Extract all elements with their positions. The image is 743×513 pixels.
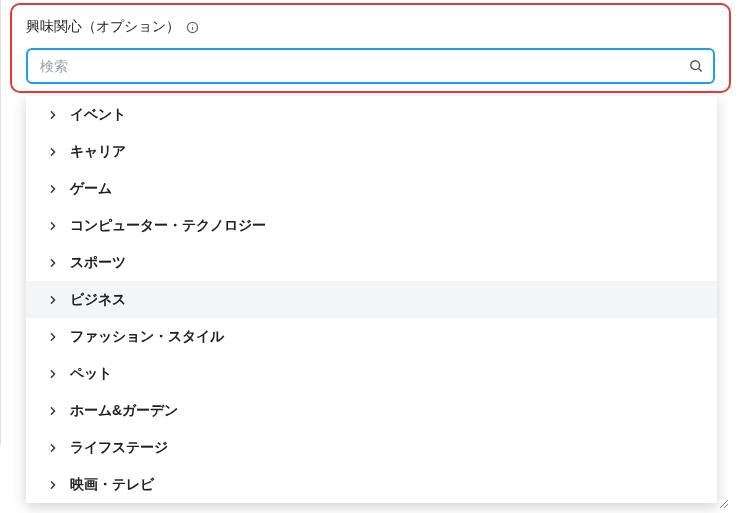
list-item-label: ファッション・スタイル <box>70 328 224 346</box>
svg-line-5 <box>720 500 728 508</box>
interests-section-highlight: 興味関心（オプション） <box>10 3 731 93</box>
chevron-right-icon <box>48 147 58 157</box>
list-item-label: ゲーム <box>70 180 112 198</box>
list-item[interactable]: キャリア <box>26 133 717 170</box>
list-item[interactable]: ペット <box>26 355 717 392</box>
list-item[interactable]: ホーム&ガーデン <box>26 392 717 429</box>
search-field-wrap <box>26 48 715 84</box>
svg-line-6 <box>724 504 728 508</box>
list-item-label: ペット <box>70 365 112 383</box>
chevron-right-icon <box>48 221 58 231</box>
interests-dropdown: イベントキャリアゲームコンピューター・テクノロジースポーツビジネスファッション・… <box>26 96 717 503</box>
list-item[interactable]: ライフステージ <box>26 429 717 466</box>
chevron-right-icon <box>48 295 58 305</box>
chevron-right-icon <box>48 443 58 453</box>
chevron-right-icon <box>48 406 58 416</box>
list-item[interactable]: ゲーム <box>26 170 717 207</box>
svg-point-2 <box>192 24 193 25</box>
list-item-label: キャリア <box>70 143 126 161</box>
list-item-label: ホーム&ガーデン <box>70 402 178 420</box>
interests-list[interactable]: イベントキャリアゲームコンピューター・テクノロジースポーツビジネスファッション・… <box>26 96 717 503</box>
section-title: 興味関心（オプション） <box>26 18 180 36</box>
list-item-label: スポーツ <box>70 254 126 272</box>
list-item[interactable]: ファッション・スタイル <box>26 318 717 355</box>
list-item[interactable]: 映画・テレビ <box>26 466 717 503</box>
list-item[interactable]: イベント <box>26 96 717 133</box>
chevron-right-icon <box>48 258 58 268</box>
chevron-right-icon <box>48 184 58 194</box>
list-item-label: ビジネス <box>70 291 126 309</box>
list-item[interactable]: ビジネス <box>26 281 717 318</box>
list-item-label: 映画・テレビ <box>70 476 154 494</box>
chevron-right-icon <box>48 110 58 120</box>
list-item[interactable]: スポーツ <box>26 244 717 281</box>
chevron-right-icon <box>48 332 58 342</box>
info-icon[interactable] <box>186 21 199 34</box>
section-header: 興味関心（オプション） <box>26 18 715 36</box>
chevron-right-icon <box>48 480 58 490</box>
svg-line-4 <box>699 69 702 72</box>
list-item-label: イベント <box>70 106 126 124</box>
search-icon[interactable] <box>687 57 705 75</box>
list-item-label: コンピューター・テクノロジー <box>70 217 266 235</box>
search-input[interactable] <box>26 48 715 84</box>
chevron-right-icon <box>48 369 58 379</box>
list-item-label: ライフステージ <box>70 439 168 457</box>
list-item[interactable]: コンピューター・テクノロジー <box>26 207 717 244</box>
svg-point-3 <box>691 61 700 70</box>
resize-handle-icon[interactable] <box>717 497 729 509</box>
